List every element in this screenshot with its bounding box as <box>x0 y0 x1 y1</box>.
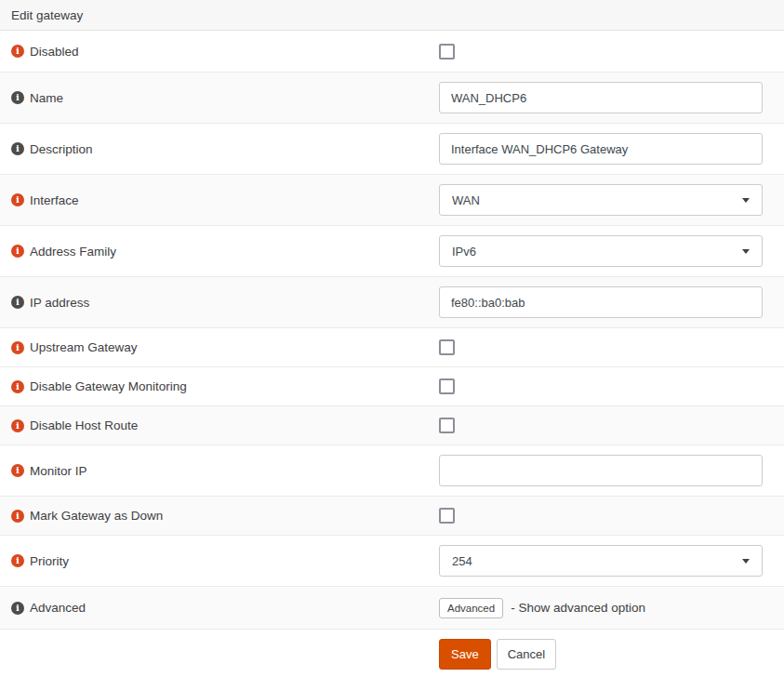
field-label-cell: Mark Gateway as Down <box>0 509 439 523</box>
monitor-ip-info-icon[interactable] <box>11 464 24 477</box>
interface-select[interactable]: WAN <box>439 184 763 216</box>
description-input[interactable] <box>439 133 763 165</box>
row-disable-gateway-monitoring: Disable Gateway Monitoring <box>0 367 784 406</box>
row-description: Description <box>0 124 784 175</box>
upstream-gateway-checkbox[interactable] <box>439 339 455 355</box>
priority-label: Priority <box>30 554 69 568</box>
field-control-cell: WAN <box>439 184 784 216</box>
field-control-cell: Advanced - Show advanced option <box>439 598 784 618</box>
description-label: Description <box>30 142 93 156</box>
select-value: IPv6 <box>452 245 476 259</box>
field-control-cell <box>439 82 784 113</box>
address-family-info-icon[interactable] <box>11 245 24 258</box>
actions-control-cell: Save Cancel <box>439 639 784 670</box>
field-label-cell: Disable Host Route <box>0 418 439 432</box>
field-label-cell: Address Family <box>0 245 439 259</box>
disabled-label: Disabled <box>30 45 79 59</box>
chevron-down-icon <box>742 249 750 254</box>
field-label-cell: Disable Gateway Monitoring <box>0 379 439 393</box>
row-ip-address: IP address <box>0 277 784 328</box>
row-mark-gateway-as-down: Mark Gateway as Down <box>0 497 784 536</box>
advanced-label: Advanced <box>30 601 86 615</box>
field-control-cell <box>439 339 784 355</box>
description-info-icon[interactable] <box>11 142 24 155</box>
field-label-cell: Priority <box>0 554 439 568</box>
row-upstream-gateway: Upstream Gateway <box>0 328 784 367</box>
row-interface: Interface WAN <box>0 175 784 226</box>
row-address-family: Address Family IPv6 <box>0 226 784 277</box>
disable-gateway-monitoring-checkbox[interactable] <box>439 378 455 394</box>
cancel-button[interactable]: Cancel <box>497 639 556 670</box>
chevron-down-icon <box>742 198 750 203</box>
advanced-info-icon[interactable] <box>11 602 24 615</box>
form-title: Edit gateway <box>0 0 784 31</box>
upstream-gateway-label: Upstream Gateway <box>30 340 138 354</box>
monitor-ip-label: Monitor IP <box>30 464 87 478</box>
select-value: 254 <box>452 554 472 568</box>
field-control-cell: 254 <box>439 545 784 577</box>
chevron-down-icon <box>742 559 750 564</box>
disable-host-route-label: Disable Host Route <box>30 418 138 432</box>
field-control-cell <box>439 44 784 60</box>
disable-gateway-monitoring-label: Disable Gateway Monitoring <box>30 379 187 393</box>
ip-address-label: IP address <box>30 296 89 310</box>
select-value: WAN <box>452 193 480 207</box>
field-control-cell <box>439 455 784 486</box>
field-control-cell <box>439 378 784 394</box>
monitor-ip-input[interactable] <box>439 455 763 486</box>
row-advanced: Advanced Advanced - Show advanced option <box>0 587 784 630</box>
field-control-cell <box>439 133 784 165</box>
form-title-text: Edit gateway <box>11 8 83 22</box>
disabled-checkbox[interactable] <box>439 44 455 60</box>
disable-host-route-info-icon[interactable] <box>11 419 24 432</box>
field-label-cell: Disabled <box>0 45 439 59</box>
field-label-cell: IP address <box>0 296 439 310</box>
row-monitor-ip: Monitor IP <box>0 445 784 497</box>
name-input[interactable] <box>439 82 763 113</box>
priority-select[interactable]: 254 <box>439 545 763 577</box>
mark-gateway-as-down-checkbox[interactable] <box>439 508 455 524</box>
field-label-cell: Monitor IP <box>0 464 439 478</box>
row-name: Name <box>0 73 784 124</box>
advanced-note: - Show advanced option <box>511 601 645 615</box>
field-label-cell: Upstream Gateway <box>0 340 439 354</box>
edit-gateway-form: Edit gateway Disabled Name Descri <box>0 0 784 677</box>
upstream-gateway-info-icon[interactable] <box>11 341 24 354</box>
row-disable-host-route: Disable Host Route <box>0 406 784 445</box>
name-label: Name <box>30 91 63 105</box>
field-control-cell <box>439 418 784 433</box>
advanced-button[interactable]: Advanced <box>439 598 503 618</box>
address-family-select[interactable]: IPv6 <box>439 235 763 267</box>
field-label-cell: Interface <box>0 193 439 207</box>
field-control-cell <box>439 508 784 524</box>
field-label-cell: Description <box>0 142 439 156</box>
row-disabled: Disabled <box>0 31 784 73</box>
field-label-cell: Name <box>0 91 439 105</box>
row-priority: Priority 254 <box>0 536 784 587</box>
field-control-cell <box>439 286 784 318</box>
disable-gateway-monitoring-info-icon[interactable] <box>11 380 24 393</box>
disable-host-route-checkbox[interactable] <box>439 418 455 433</box>
interface-info-icon[interactable] <box>11 193 24 206</box>
ip-address-info-icon[interactable] <box>11 296 24 309</box>
priority-info-icon[interactable] <box>11 554 24 567</box>
name-info-icon[interactable] <box>11 91 24 104</box>
form-rows: Disabled Name Description <box>0 31 784 630</box>
save-button[interactable]: Save <box>439 639 491 670</box>
form-actions-row: Save Cancel <box>0 630 784 677</box>
field-control-cell: IPv6 <box>439 235 784 267</box>
disabled-info-icon[interactable] <box>11 45 24 58</box>
field-label-cell: Advanced <box>0 601 439 615</box>
interface-label: Interface <box>30 193 79 207</box>
ip-address-input[interactable] <box>439 286 763 318</box>
address-family-label: Address Family <box>30 245 116 259</box>
mark-gateway-as-down-info-icon[interactable] <box>11 510 24 523</box>
mark-gateway-as-down-label: Mark Gateway as Down <box>30 509 163 523</box>
